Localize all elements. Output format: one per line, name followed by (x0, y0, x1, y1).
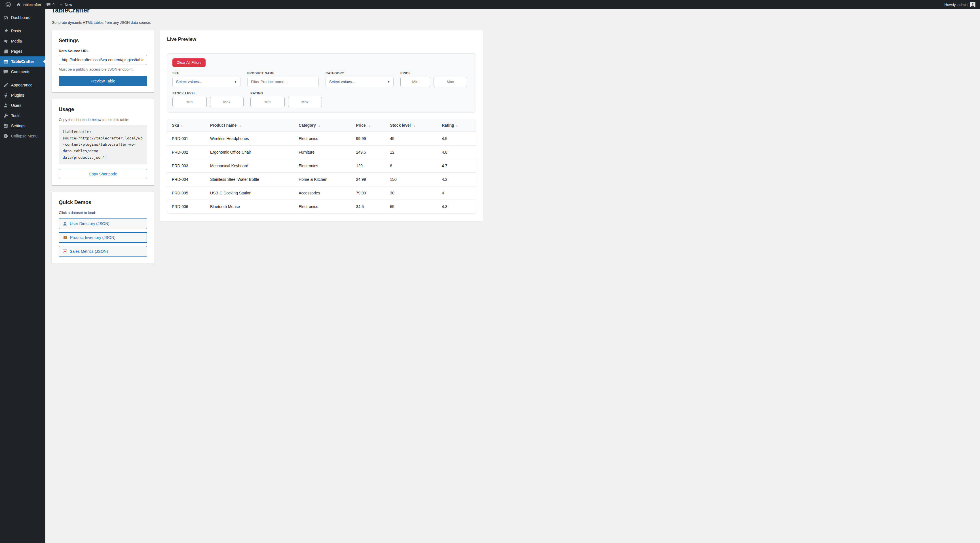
stock-min-input[interactable] (172, 97, 207, 107)
price-filter-group: PRICE (400, 71, 467, 87)
demo-product-inventory-button[interactable]: Product Inventory (JSON) (59, 232, 147, 243)
sort-icon: ↑↓ (181, 124, 183, 127)
column-header-product-name[interactable]: Product name↑↓ (205, 119, 294, 132)
demo-user-directory-button[interactable]: User Directory (JSON) (59, 218, 147, 229)
column-header-stock-level[interactable]: Stock level↑↓ (385, 119, 437, 132)
sidebar-item-comments[interactable]: Comments (0, 67, 45, 77)
product-name-filter-group: PRODUCT NAME (247, 71, 319, 87)
main-content: TableCrafter Generate dynamic HTML table… (45, 0, 490, 272)
cell-rating: 4 (437, 186, 476, 200)
price-min-input[interactable] (400, 77, 430, 87)
quick-demos-title: Quick Demos (59, 200, 147, 205)
cell-stock-level: 65 (385, 200, 437, 213)
site-link[interactable]: tablecrafter (14, 0, 44, 9)
table-row: PRD-002 Ergonomic Office Chair Furniture… (167, 145, 476, 159)
sidebar-item-label: Pages (11, 49, 22, 54)
sidebar-item-media[interactable]: Media (0, 36, 45, 46)
comments-shortcut[interactable]: 0 (44, 0, 57, 9)
price-filter-label: PRICE (400, 71, 467, 75)
menu-separator (0, 77, 45, 80)
rating-min-input[interactable] (250, 97, 285, 107)
sku-filter-select[interactable]: Select values... ▼ (172, 77, 240, 87)
data-source-url-input[interactable] (59, 55, 147, 65)
cell-price: 34.5 (352, 200, 386, 213)
brush-icon (3, 82, 8, 88)
comment-count: 0 (52, 3, 54, 7)
product-name-filter-input[interactable] (247, 77, 319, 87)
column-header-rating[interactable]: Rating↑↓ (437, 119, 476, 132)
collapse-icon (3, 133, 8, 139)
sidebar-item-appearance[interactable]: Appearance (0, 80, 45, 90)
filter-box: Clear All Filters SKU Select values... ▼… (167, 53, 476, 113)
cell-category: Electronics (294, 200, 352, 213)
live-preview-panel: Live Preview Clear All Filters SKU Selec… (160, 30, 483, 221)
demo-button-label: Sales Metrics (JSON) (70, 249, 108, 254)
demo-button-label: Product Inventory (JSON) (70, 235, 115, 240)
sidebar-item-label: Dashboard (11, 15, 30, 20)
clear-all-filters-button[interactable]: Clear All Filters (172, 59, 205, 67)
cell-price: 129 (352, 159, 386, 173)
cell-rating: 4.3 (437, 200, 476, 213)
table-icon (3, 59, 8, 64)
cell-product-name: Bluetooth Mouse (205, 200, 294, 213)
left-column: Settings Data Source URL Must be a publi… (52, 30, 154, 270)
cell-category: Accessories (294, 186, 352, 200)
demo-button-label: User Directory (JSON) (70, 221, 110, 226)
cell-price: 24.99 (352, 173, 386, 186)
plus-icon: + (60, 2, 62, 7)
site-name: tablecrafter (23, 3, 41, 7)
price-max-input[interactable] (434, 77, 467, 87)
rating-max-input[interactable] (288, 97, 322, 107)
pages-icon (3, 48, 8, 54)
demo-sales-metrics-button[interactable]: Sales Metrics (JSON) (59, 246, 147, 257)
stock-max-input[interactable] (210, 97, 243, 107)
person-icon (63, 221, 67, 226)
cell-sku: PRD-003 (167, 159, 205, 173)
sidebar-item-users[interactable]: Users (0, 100, 45, 111)
cell-sku: PRD-005 (167, 186, 205, 200)
dashboard-icon (3, 15, 8, 21)
sku-filter-label: SKU (172, 71, 240, 75)
right-column: Live Preview Clear All Filters SKU Selec… (160, 30, 483, 221)
rating-filter-group: RATING (250, 92, 322, 107)
column-header-sku[interactable]: Sku↑↓ (167, 119, 205, 132)
collapse-menu-button[interactable]: Collapse Menu (0, 131, 45, 141)
data-source-label: Data Source URL (59, 49, 147, 53)
cell-category: Furniture (294, 145, 352, 159)
wordpress-logo[interactable] (3, 0, 14, 9)
table-row: PRD-003 Mechanical Keyboard Electronics … (167, 159, 476, 173)
settings-title: Settings (59, 38, 147, 44)
column-header-price[interactable]: Price↑↓ (352, 119, 386, 132)
sidebar-item-settings[interactable]: Settings (0, 121, 45, 131)
usage-panel: Usage Copy the shortcode below to use th… (52, 99, 154, 186)
cell-product-name: Stainless Steel Water Bottle (205, 173, 294, 186)
sidebar-item-label: Comments (11, 70, 30, 74)
sidebar-item-dashboard[interactable]: Dashboard (0, 13, 45, 23)
media-icon (3, 38, 8, 44)
cell-sku: PRD-006 (167, 200, 205, 213)
table-row: PRD-006 Bluetooth Mouse Electronics 34.5… (167, 200, 476, 213)
sidebar-item-label: TableCrafter (11, 59, 34, 64)
sidebar-item-label: Posts (11, 29, 21, 33)
cell-stock-level: 150 (385, 173, 437, 186)
category-filter-select[interactable]: Select values... ▼ (326, 77, 394, 87)
sku-filter-group: SKU Select values... ▼ (172, 71, 240, 87)
preview-table-button[interactable]: Preview Table (59, 76, 147, 86)
cell-sku: PRD-001 (167, 132, 205, 145)
table-row: PRD-004 Stainless Steel Water Bottle Hom… (167, 173, 476, 186)
data-source-help-text: Must be a publicly accessible JSON endpo… (59, 67, 147, 71)
sidebar-item-plugins[interactable]: Plugins (0, 90, 45, 100)
home-icon (16, 2, 21, 7)
cell-product-name: USB-C Docking Station (205, 186, 294, 200)
sidebar-item-posts[interactable]: Posts (0, 26, 45, 36)
sidebar-item-tablecrafter[interactable]: TableCrafter (0, 56, 45, 67)
cell-stock-level: 45 (385, 132, 437, 145)
category-select-value: Select values... (329, 79, 355, 84)
sidebar-item-pages[interactable]: Pages (0, 46, 45, 56)
sidebar-item-tools[interactable]: Tools (0, 111, 45, 121)
column-header-category[interactable]: Category↑↓ (294, 119, 352, 132)
new-content-button[interactable]: + New (57, 0, 75, 9)
copy-shortcode-button[interactable]: Copy Shortcode (59, 169, 147, 179)
cell-category: Home & Kitchen (294, 173, 352, 186)
table-row: PRD-005 USB-C Docking Station Accessorie… (167, 186, 476, 200)
